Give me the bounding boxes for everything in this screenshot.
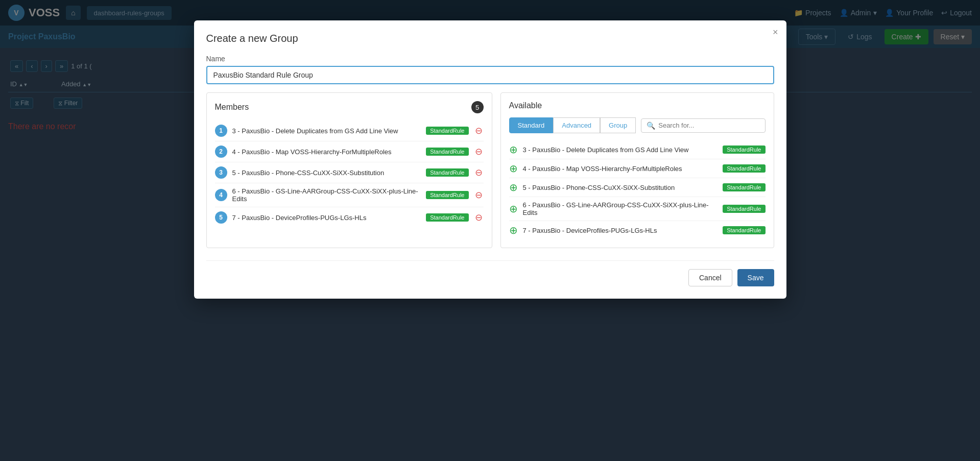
remove-member-button[interactable]: ⊖ xyxy=(474,213,484,222)
members-panel: Members 5 1 3 - PaxusBio - Delete Duplic… xyxy=(206,92,492,248)
standard-rule-badge: StandardRule xyxy=(723,183,765,191)
available-item-name: 3 - PaxusBio - Delete Duplicates from GS… xyxy=(523,146,718,154)
standard-rule-badge: StandardRule xyxy=(723,164,765,173)
available-item: ⊕ 5 - PaxusBio - Phone-CSS-CuXX-SiXX-Sub… xyxy=(509,178,766,197)
standard-rule-badge: StandardRule xyxy=(426,213,468,222)
cancel-button[interactable]: Cancel xyxy=(688,269,732,286)
create-group-modal: × Create a new Group Name Members 5 1 3 … xyxy=(194,20,786,299)
add-item-button[interactable]: ⊕ xyxy=(509,144,518,155)
modal-overlay: × Create a new Group Name Members 5 1 3 … xyxy=(0,0,980,461)
search-box: 🔍 xyxy=(641,118,765,133)
name-input[interactable] xyxy=(206,66,774,84)
member-name: 7 - PaxusBio - DeviceProfiles-PUGs-LGs-H… xyxy=(232,214,421,222)
standard-rule-badge: StandardRule xyxy=(723,145,765,154)
available-tab-row: Standard Advanced Group 🔍 xyxy=(509,117,766,133)
member-item: 4 6 - PaxusBio - GS-Line-AARGroup-CSS-Cu… xyxy=(215,183,484,207)
member-item: 1 3 - PaxusBio - Delete Duplicates from … xyxy=(215,120,484,141)
search-icon: 🔍 xyxy=(647,122,655,130)
member-number: 3 xyxy=(215,166,227,179)
standard-rule-badge: StandardRule xyxy=(723,205,765,213)
add-item-button[interactable]: ⊕ xyxy=(509,182,518,192)
member-name: 5 - PaxusBio - Phone-CSS-CuXX-SiXX-Subst… xyxy=(232,169,421,177)
name-label: Name xyxy=(206,55,774,63)
member-number: 5 xyxy=(215,211,227,224)
save-button[interactable]: Save xyxy=(737,269,774,286)
standard-rule-badge: StandardRule xyxy=(426,148,468,156)
members-list: 1 3 - PaxusBio - Delete Duplicates from … xyxy=(215,120,484,228)
two-column-layout: Members 5 1 3 - PaxusBio - Delete Duplic… xyxy=(206,92,774,248)
remove-member-button[interactable]: ⊖ xyxy=(474,126,484,135)
search-input[interactable] xyxy=(658,122,759,129)
add-item-button[interactable]: ⊕ xyxy=(509,225,518,235)
tab-standard[interactable]: Standard xyxy=(509,117,554,133)
members-title: Members xyxy=(215,103,249,112)
name-field-group: Name xyxy=(206,55,774,84)
available-panel-header: Available xyxy=(509,101,766,110)
available-item: ⊕ 3 - PaxusBio - Delete Duplicates from … xyxy=(509,140,766,159)
tab-group[interactable]: Group xyxy=(600,117,636,133)
members-count-badge: 5 xyxy=(471,101,484,113)
available-item-name: 5 - PaxusBio - Phone-CSS-CuXX-SiXX-Subst… xyxy=(523,184,718,191)
tab-advanced[interactable]: Advanced xyxy=(553,117,600,133)
add-item-button[interactable]: ⊕ xyxy=(509,163,518,174)
available-item-name: 7 - PaxusBio - DeviceProfiles-PUGs-LGs-H… xyxy=(523,227,718,234)
available-item: ⊕ 7 - PaxusBio - DeviceProfiles-PUGs-LGs… xyxy=(509,221,766,239)
member-name: 3 - PaxusBio - Delete Duplicates from GS… xyxy=(232,127,421,135)
member-item: 3 5 - PaxusBio - Phone-CSS-CuXX-SiXX-Sub… xyxy=(215,162,484,183)
available-item-name: 4 - PaxusBio - Map VOSS-Hierarchy-ForMul… xyxy=(523,165,718,173)
standard-rule-badge: StandardRule xyxy=(426,127,468,135)
remove-member-button[interactable]: ⊖ xyxy=(474,147,484,156)
standard-rule-badge: StandardRule xyxy=(426,191,468,199)
available-item: ⊕ 4 - PaxusBio - Map VOSS-Hierarchy-ForM… xyxy=(509,159,766,178)
member-name: 4 - PaxusBio - Map VOSS-Hierarchy-ForMul… xyxy=(232,148,421,156)
member-number: 2 xyxy=(215,145,227,158)
member-name: 6 - PaxusBio - GS-Line-AARGroup-CSS-CuXX… xyxy=(232,187,421,203)
available-item-name: 6 - PaxusBio - GS-Line-AARGroup-CSS-CuXX… xyxy=(523,201,718,216)
member-item: 2 4 - PaxusBio - Map VOSS-Hierarchy-ForM… xyxy=(215,141,484,162)
remove-member-button[interactable]: ⊖ xyxy=(474,168,484,177)
available-list: ⊕ 3 - PaxusBio - Delete Duplicates from … xyxy=(509,140,766,239)
members-panel-header: Members 5 xyxy=(215,101,484,113)
modal-footer: Cancel Save xyxy=(206,260,774,286)
available-panel: Available Standard Advanced Group 🔍 ⊕ 3 … xyxy=(500,92,774,248)
member-number: 4 xyxy=(215,189,227,201)
add-item-button[interactable]: ⊕ xyxy=(509,204,518,214)
member-item: 5 7 - PaxusBio - DeviceProfiles-PUGs-LGs… xyxy=(215,207,484,228)
available-title: Available xyxy=(509,101,542,110)
available-item: ⊕ 6 - PaxusBio - GS-Line-AARGroup-CSS-Cu… xyxy=(509,197,766,221)
member-number: 1 xyxy=(215,125,227,137)
modal-title: Create a new Group xyxy=(206,33,774,44)
standard-rule-badge: StandardRule xyxy=(426,168,468,177)
modal-close-button[interactable]: × xyxy=(773,28,778,37)
remove-member-button[interactable]: ⊖ xyxy=(474,190,484,200)
standard-rule-badge: StandardRule xyxy=(723,226,765,234)
